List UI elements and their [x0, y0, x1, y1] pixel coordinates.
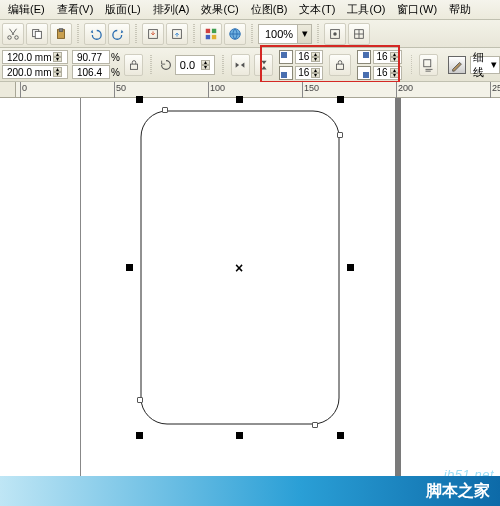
handle-tc[interactable] [236, 96, 243, 103]
handle-br[interactable] [337, 432, 344, 439]
cut-icon [6, 27, 20, 41]
corner-node-br[interactable] [312, 422, 318, 428]
rotate-icon [159, 58, 173, 72]
scale-x-input[interactable]: 90.77 [72, 50, 110, 64]
separator [193, 24, 195, 44]
ruler-label: 150 [304, 83, 319, 93]
redo-button[interactable] [108, 23, 130, 45]
menu-layout[interactable]: 版面(L) [99, 0, 146, 19]
mirror-v-button[interactable] [254, 54, 273, 76]
mirror-h-icon [233, 58, 247, 72]
lock-ratio-button[interactable] [124, 54, 143, 76]
size-fields: 120.0 mm▴▾ 200.0 mm▴▾ [2, 50, 68, 79]
selected-rounded-rectangle[interactable]: × [140, 110, 340, 425]
corner-node-tl[interactable] [162, 107, 168, 113]
ruler-label: 100 [210, 83, 225, 93]
export-icon [170, 27, 184, 41]
snap-button[interactable] [324, 23, 346, 45]
corner-tr-input[interactable]: 16▴▾ [373, 50, 401, 64]
pen-icon [450, 58, 464, 72]
standard-toolbar: 100% ▾ [0, 20, 500, 48]
corner-br-icon [357, 66, 371, 80]
corner-bl-icon [279, 66, 293, 80]
separator [77, 24, 79, 44]
web-button[interactable] [224, 23, 246, 45]
separator [222, 55, 224, 75]
outline-width-value: 细线 [473, 50, 487, 80]
menu-window[interactable]: 窗口(W) [391, 0, 443, 19]
corner-tl-input[interactable]: 16▴▾ [295, 50, 323, 64]
corner-radius-group: 16▴▾ 16▴▾ 16▴▾ 16▴▾ [277, 48, 403, 82]
wrap-icon [422, 58, 436, 72]
copy-button[interactable] [26, 23, 48, 45]
handle-ml[interactable] [126, 264, 133, 271]
scale-y-value: 106.4 [77, 67, 102, 78]
chevron-down-icon[interactable]: ▾ [297, 25, 311, 43]
undo-icon [88, 27, 102, 41]
scale-y-input[interactable]: 106.4 [72, 65, 110, 79]
export-button[interactable] [166, 23, 188, 45]
corner-bl-value: 16 [298, 67, 309, 78]
import-button[interactable] [142, 23, 164, 45]
snap-icon [328, 27, 342, 41]
paste-button[interactable] [50, 23, 72, 45]
mirror-v-icon [257, 58, 271, 72]
handle-bl[interactable] [136, 432, 143, 439]
mirror-h-button[interactable] [231, 54, 250, 76]
menu-text[interactable]: 文本(T) [293, 0, 341, 19]
center-marker[interactable]: × [235, 260, 243, 276]
corner-tr-icon [357, 50, 371, 64]
handle-mr[interactable] [347, 264, 354, 271]
corner-bl-input[interactable]: 16▴▾ [295, 66, 323, 80]
svg-rect-10 [206, 34, 210, 38]
ruler-origin[interactable] [0, 82, 16, 98]
menu-effects[interactable]: 效果(C) [195, 0, 244, 19]
outline-width-combo[interactable]: 细线▾ [470, 56, 500, 74]
rotation-input[interactable]: 0.0▴▾ [175, 55, 215, 75]
cut-button[interactable] [2, 23, 24, 45]
corner-lock-button[interactable] [329, 54, 351, 76]
copy-icon [30, 27, 44, 41]
app-launcher-button[interactable] [200, 23, 222, 45]
scale-x-value: 90.77 [77, 52, 102, 63]
zoom-value: 100% [259, 28, 297, 40]
svg-rect-3 [35, 31, 41, 38]
import-icon [146, 27, 160, 41]
corner-node-tr[interactable] [337, 132, 343, 138]
outline-pen-button[interactable] [448, 56, 466, 74]
corner-br-input[interactable]: 16▴▾ [373, 66, 401, 80]
undo-button[interactable] [84, 23, 106, 45]
menu-help[interactable]: 帮助 [443, 0, 477, 19]
separator [135, 24, 137, 44]
separator [411, 55, 413, 75]
svg-rect-11 [212, 34, 216, 38]
paste-icon [54, 27, 68, 41]
height-input[interactable]: 200.0 mm▴▾ [2, 65, 68, 79]
canvas[interactable]: × jb51.net [0, 98, 500, 506]
menu-edit[interactable]: 编辑(E) [2, 0, 51, 19]
svg-rect-17 [424, 59, 431, 66]
zoom-combo[interactable]: 100% ▾ [258, 24, 312, 44]
menu-bar: 编辑(E) 查看(V) 版面(L) 排列(A) 效果(C) 位图(B) 文本(T… [0, 0, 500, 20]
wrap-text-button[interactable] [419, 54, 438, 76]
ruler-label: 50 [116, 83, 126, 93]
corner-br-value: 16 [376, 67, 387, 78]
ruler-label: 0 [22, 83, 27, 93]
globe-icon [228, 27, 242, 41]
corner-node-bl[interactable] [137, 397, 143, 403]
grid-button[interactable] [348, 23, 370, 45]
footer-text: 脚本之家 [426, 481, 490, 502]
menu-arrange[interactable]: 排列(A) [147, 0, 196, 19]
menu-bitmap[interactable]: 位图(B) [245, 0, 294, 19]
horizontal-ruler[interactable]: 0 50 100 150 200 250 [16, 82, 500, 98]
svg-rect-9 [212, 28, 216, 32]
separator [317, 24, 319, 44]
handle-tr[interactable] [337, 96, 344, 103]
handle-tl[interactable] [136, 96, 143, 103]
scale-fields: 90.77 % 106.4 % [72, 50, 120, 79]
ruler-label: 200 [398, 83, 413, 93]
width-input[interactable]: 120.0 mm▴▾ [2, 50, 68, 64]
handle-bc[interactable] [236, 432, 243, 439]
menu-view[interactable]: 查看(V) [51, 0, 100, 19]
menu-tools[interactable]: 工具(O) [341, 0, 391, 19]
